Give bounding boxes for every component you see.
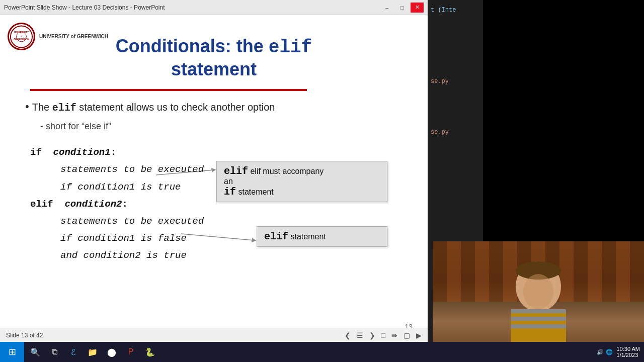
- slide-content: UNIVERSITY of GREENWICH UNIVERSITY of GR…: [0, 15, 428, 341]
- logo-area: UNIVERSITY of GREENWICH UNIVERSITY of GR…: [8, 23, 108, 50]
- statusbar-right: ❮ ☰ ❯ □ ⇛ ▢ ▶: [345, 331, 422, 339]
- svg-point-14: [523, 274, 553, 309]
- rp-line-5: se.py: [431, 127, 480, 138]
- slide-area: UNIVERSITY of GREENWICH UNIVERSITY of GR…: [0, 15, 428, 341]
- view-grid-icon[interactable]: ⇛: [391, 331, 397, 339]
- nav-prev-button[interactable]: ❮: [345, 331, 351, 339]
- taskbar-chrome[interactable]: ⬤: [103, 343, 121, 361]
- taskbar-search[interactable]: 🔍: [26, 343, 44, 361]
- svg-text:of: of: [21, 35, 23, 37]
- rp-line-3: se.py: [431, 76, 480, 87]
- taskbar-folder[interactable]: 📁: [84, 343, 102, 361]
- sub-bullet: - short for “else if”: [40, 119, 413, 134]
- webcam-area: [433, 241, 644, 342]
- rp-line-4: [431, 87, 480, 127]
- rp-line-2: [431, 16, 480, 76]
- slide-count: Slide 13 of 42: [6, 332, 43, 339]
- svg-rect-10: [511, 309, 566, 313]
- taskbar-icons: 🔍 ⧉ ℰ 📁 ⬤ P 🐍: [24, 343, 161, 361]
- minimize-button[interactable]: –: [380, 3, 393, 13]
- black-area: [483, 0, 644, 241]
- red-divider: [30, 89, 307, 91]
- svg-text:GREENWICH: GREENWICH: [14, 38, 29, 40]
- webcam-person: [433, 241, 644, 342]
- callout-1: elif elif must accompany an if statement: [216, 161, 387, 202]
- rp-line-1: t (Inte: [431, 5, 480, 16]
- bullet-section: • The elif statement allows us to check …: [25, 99, 413, 134]
- close-button[interactable]: ✕: [411, 3, 424, 13]
- taskbar-time: 🔊 🌐: [597, 349, 612, 355]
- taskbar: ⊞ 🔍 ⧉ ℰ 📁 ⬤ P 🐍 🔊 🌐 10:30 AM1/1/2023: [0, 342, 644, 362]
- view-reading-icon[interactable]: ▢: [404, 331, 410, 339]
- view-slideshow-icon[interactable]: ▶: [416, 331, 422, 339]
- view-normal-icon[interactable]: □: [381, 331, 385, 339]
- taskbar-right: 🔊 🌐 10:30 AM1/1/2023: [597, 346, 644, 358]
- university-name: UNIVERSITY of GREENWICH: [39, 33, 108, 40]
- start-button[interactable]: ⊞: [0, 342, 24, 362]
- taskbar-python[interactable]: 🐍: [141, 343, 159, 361]
- taskbar-edge[interactable]: ℰ: [64, 343, 83, 361]
- nav-next-button[interactable]: ❯: [369, 331, 375, 339]
- status-bar: Slide 13 of 42 ❮ ☰ ❯ □ ⇛ ▢ ▶: [0, 328, 428, 342]
- callout-2: elif statement: [257, 226, 387, 247]
- title-bar: PowerPoint Slide Show - Lecture 03 Decis…: [0, 0, 428, 15]
- right-panel-content: t (Inte se.py se.py: [428, 0, 483, 143]
- code-line-1: if condition1:: [30, 144, 413, 161]
- window-title: PowerPoint Slide Show - Lecture 03 Decis…: [4, 4, 165, 11]
- maximize-button[interactable]: □: [395, 3, 409, 13]
- webcam-person-svg: [433, 241, 644, 342]
- svg-rect-11: [511, 317, 566, 321]
- code-line-7: and condition2 is true: [30, 247, 413, 264]
- university-logo: UNIVERSITY of GREENWICH: [8, 23, 35, 50]
- taskbar-clock: 10:30 AM1/1/2023: [617, 346, 640, 358]
- nav-menu-button[interactable]: ☰: [357, 331, 363, 339]
- bullet-1: • The elif statement allows us to check …: [25, 99, 413, 116]
- svg-rect-12: [511, 324, 566, 328]
- taskbar-taskview[interactable]: ⧉: [45, 343, 63, 361]
- taskbar-powerpoint[interactable]: P: [122, 343, 140, 361]
